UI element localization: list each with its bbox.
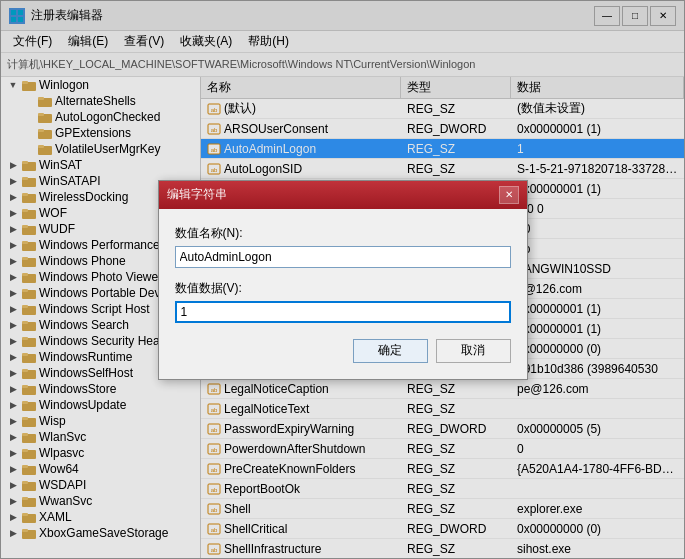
name-label: 数值名称(N): — [175, 225, 511, 242]
name-input[interactable] — [175, 246, 511, 268]
dialog-title-bar: 编辑字符串 ✕ — [159, 181, 527, 209]
edit-string-dialog: 编辑字符串 ✕ 数值名称(N): 数值数据(V): 确定 取消 — [158, 180, 528, 380]
dialog-title: 编辑字符串 — [167, 186, 499, 203]
dialog-body: 数值名称(N): 数值数据(V): 确定 取消 — [159, 209, 527, 379]
dialog-close-button[interactable]: ✕ — [499, 186, 519, 204]
dialog-buttons: 确定 取消 — [175, 339, 511, 363]
cancel-button[interactable]: 取消 — [436, 339, 511, 363]
data-input[interactable] — [175, 301, 511, 323]
ok-button[interactable]: 确定 — [353, 339, 428, 363]
dialog-overlay: 编辑字符串 ✕ 数值名称(N): 数值数据(V): 确定 取消 — [0, 0, 685, 559]
data-label: 数值数据(V): — [175, 280, 511, 297]
